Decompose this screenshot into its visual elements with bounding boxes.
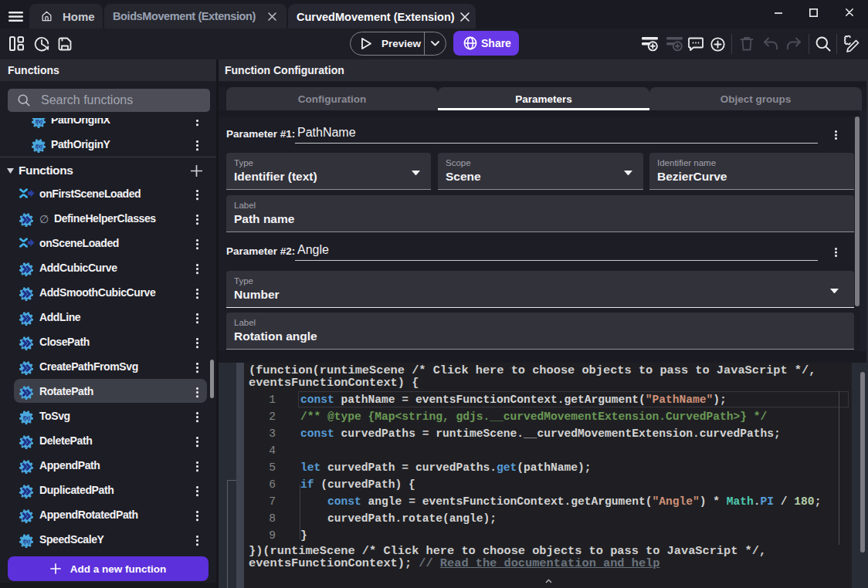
svg-text:f(x): f(x): [23, 415, 31, 421]
svg-text:f(x): f(x): [23, 539, 31, 545]
svg-text:f(x): f(x): [36, 144, 43, 150]
svg-text:f(x): f(x): [36, 119, 43, 125]
